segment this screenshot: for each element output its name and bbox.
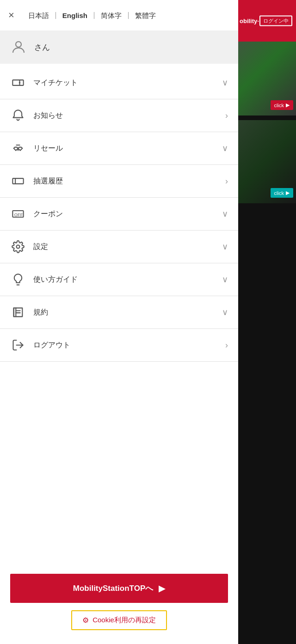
svg-text:OFF: OFF [14, 213, 23, 217]
lang-ja[interactable]: 日本語 [22, 12, 56, 19]
chevron-down-icon-4: ∨ [222, 242, 228, 252]
menu-label-lottery: 抽選履歴 [33, 176, 218, 186]
menu-item-notice[interactable]: お知らせ › [0, 99, 238, 132]
menu-label-resale: リセール [33, 144, 215, 153]
user-row: さん [0, 30, 238, 64]
svg-point-8 [17, 245, 20, 249]
chevron-right-icon: › [225, 111, 228, 121]
logout-icon [10, 337, 26, 353]
menu-label-guide: 使い方ガイド [33, 275, 215, 285]
svg-rect-1 [12, 80, 23, 85]
handshake-icon [10, 140, 26, 156]
language-bar: × 日本語 English 简体字 繁體字 [0, 0, 238, 30]
gear-icon [10, 239, 26, 255]
menu-item-my-ticket[interactable]: マイチケット ∨ [0, 67, 238, 99]
menu-item-resale[interactable]: リセール ∨ [0, 132, 238, 165]
menu-item-lottery[interactable]: 抽選履歴 › [0, 165, 238, 198]
right-panel: obility··· ログイン中 click ▶ click ▶ [236, 0, 296, 644]
lang-en[interactable]: English [56, 12, 94, 19]
language-list: 日本語 English 简体字 繁體字 [22, 12, 162, 19]
svg-rect-4 [12, 178, 23, 184]
menu-item-coupon[interactable]: OFF クーポン ∨ [0, 198, 238, 231]
login-status-badge: ログイン中 [259, 16, 292, 26]
right-image-block-2: click ▶ [236, 120, 296, 203]
svg-point-3 [19, 82, 21, 84]
menu-item-logout[interactable]: ログアウト › [0, 329, 238, 362]
app-title-partial: obility··· [240, 18, 262, 24]
menu-panel: × 日本語 English 简体字 繁體字 さん マイチケット [0, 0, 238, 644]
close-button[interactable]: × [8, 10, 14, 20]
cookie-reset-button[interactable]: ⚙ Cookie利用の再設定 [71, 610, 167, 630]
chevron-down-icon-2: ∨ [222, 143, 228, 153]
click-button-1[interactable]: click ▶ [271, 100, 293, 110]
chevron-down-icon-6: ∨ [222, 307, 228, 317]
lang-zh-s[interactable]: 简体字 [94, 12, 129, 19]
lottery-icon [10, 173, 26, 189]
lang-zh-t[interactable]: 繁體字 [129, 12, 162, 19]
click-button-2[interactable]: click ▶ [271, 188, 293, 198]
cookie-btn-label: Cookie利用の再設定 [92, 616, 156, 625]
mobility-btn-arrow: ▶ [159, 583, 165, 594]
chevron-right-icon-3: › [225, 340, 228, 350]
bell-icon [10, 108, 26, 123]
menu-item-guide[interactable]: 使い方ガイド ∨ [0, 263, 238, 296]
menu-label-notice: お知らせ [33, 111, 218, 121]
chevron-down-icon-3: ∨ [222, 209, 228, 219]
menu-item-settings[interactable]: 設定 ∨ [0, 231, 238, 263]
menu-label-settings: 設定 [33, 242, 215, 252]
cookie-gear-icon: ⚙ [82, 616, 89, 625]
menu-list: マイチケット ∨ お知らせ › [0, 67, 238, 564]
divider [236, 116, 296, 118]
svg-point-0 [16, 42, 21, 47]
bulb-icon [10, 272, 26, 287]
menu-item-terms[interactable]: 規約 ∨ [0, 296, 238, 329]
book-icon [10, 304, 26, 320]
chevron-right-icon-2: › [225, 176, 228, 186]
right-panel-header: obility··· ログイン中 [236, 0, 296, 42]
user-icon [10, 39, 27, 55]
menu-label-my-ticket: マイチケット [33, 78, 215, 88]
mobility-station-button[interactable]: MobilityStationTOPへ ▶ [10, 574, 228, 603]
menu-label-logout: ログアウト [33, 340, 218, 350]
user-name: さん [34, 42, 50, 53]
chevron-down-icon: ∨ [222, 78, 228, 88]
menu-label-coupon: クーポン [33, 209, 215, 219]
chevron-down-icon-5: ∨ [222, 274, 228, 285]
ticket-icon [10, 75, 26, 91]
menu-label-terms: 規約 [33, 308, 215, 317]
right-image-block-1: click ▶ [236, 42, 296, 115]
coupon-icon: OFF [10, 206, 26, 222]
mobility-btn-label: MobilityStationTOPへ [73, 583, 153, 594]
bottom-area: MobilityStationTOPへ ▶ ⚙ Cookie利用の再設定 [0, 564, 238, 644]
